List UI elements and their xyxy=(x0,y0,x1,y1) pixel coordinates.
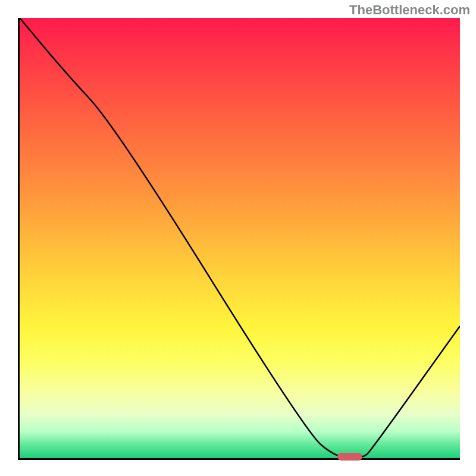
bottleneck-curve xyxy=(20,18,460,458)
optimum-marker xyxy=(337,453,362,461)
attribution-text: TheBottleneck.com xyxy=(349,2,470,18)
chart-container: TheBottleneck.com xyxy=(0,0,476,476)
plot-area xyxy=(18,18,460,460)
